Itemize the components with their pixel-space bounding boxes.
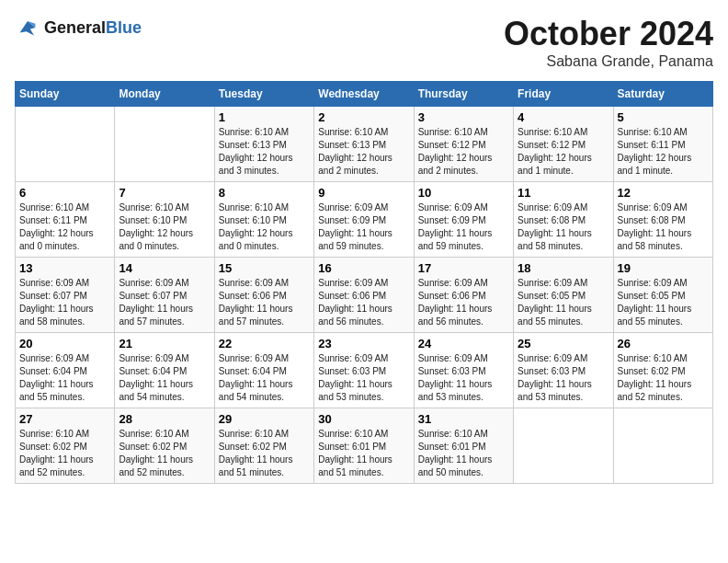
day-number: 7: [119, 186, 210, 200]
table-cell: [115, 107, 214, 182]
day-info: Sunrise: 6:10 AM Sunset: 6:01 PM Dayligh…: [418, 428, 509, 479]
day-info: Sunrise: 6:09 AM Sunset: 6:04 PM Dayligh…: [219, 352, 310, 404]
day-info: Sunrise: 6:09 AM Sunset: 6:06 PM Dayligh…: [418, 277, 509, 328]
day-info: Sunrise: 6:10 AM Sunset: 6:11 PM Dayligh…: [618, 126, 709, 178]
table-cell: 13Sunrise: 6:09 AM Sunset: 6:07 PM Dayli…: [16, 258, 115, 333]
day-info: Sunrise: 6:09 AM Sunset: 6:03 PM Dayligh…: [518, 352, 609, 404]
day-number: 23: [318, 337, 409, 350]
day-info: Sunrise: 6:09 AM Sunset: 6:04 PM Dayligh…: [19, 352, 110, 404]
day-number: 22: [219, 337, 310, 350]
day-number: 2: [318, 110, 409, 124]
day-number: 29: [219, 412, 310, 426]
table-cell: [16, 107, 115, 182]
day-info: Sunrise: 6:09 AM Sunset: 6:07 PM Dayligh…: [119, 277, 210, 328]
weekday-header-sunday: Sunday: [16, 82, 115, 107]
table-cell: 24Sunrise: 6:09 AM Sunset: 6:03 PM Dayli…: [414, 333, 513, 408]
day-number: 27: [19, 412, 110, 426]
weekday-header-row: SundayMondayTuesdayWednesdayThursdayFrid…: [16, 82, 713, 107]
page-header: GeneralBlue October 2024 Sabana Grande, …: [15, 15, 713, 70]
day-info: Sunrise: 6:09 AM Sunset: 6:09 PM Dayligh…: [418, 201, 509, 253]
day-number: 26: [618, 337, 709, 350]
day-number: 10: [418, 186, 509, 200]
day-number: 24: [418, 337, 509, 350]
table-cell: 4Sunrise: 6:10 AM Sunset: 6:12 PM Daylig…: [514, 107, 613, 182]
week-row-5: 27Sunrise: 6:10 AM Sunset: 6:02 PM Dayli…: [16, 408, 713, 484]
day-info: Sunrise: 6:09 AM Sunset: 6:05 PM Dayligh…: [618, 277, 709, 328]
day-info: Sunrise: 6:10 AM Sunset: 6:02 PM Dayligh…: [119, 428, 210, 479]
day-info: Sunrise: 6:09 AM Sunset: 6:08 PM Dayligh…: [518, 201, 609, 253]
week-row-1: 1Sunrise: 6:10 AM Sunset: 6:13 PM Daylig…: [16, 107, 713, 182]
table-cell: 6Sunrise: 6:10 AM Sunset: 6:11 PM Daylig…: [16, 182, 115, 258]
weekday-header-monday: Monday: [115, 82, 214, 107]
day-number: 1: [219, 110, 310, 124]
calendar-header: SundayMondayTuesdayWednesdayThursdayFrid…: [16, 82, 713, 107]
day-number: 31: [418, 412, 509, 426]
table-cell: 5Sunrise: 6:10 AM Sunset: 6:11 PM Daylig…: [613, 107, 712, 182]
table-cell: [514, 408, 613, 484]
day-info: Sunrise: 6:10 AM Sunset: 6:02 PM Dayligh…: [19, 428, 110, 479]
weekday-header-tuesday: Tuesday: [214, 82, 313, 107]
day-info: Sunrise: 6:09 AM Sunset: 6:03 PM Dayligh…: [418, 352, 509, 404]
day-info: Sunrise: 6:10 AM Sunset: 6:01 PM Dayligh…: [318, 428, 409, 479]
day-number: 15: [219, 261, 310, 275]
day-number: 3: [418, 110, 509, 124]
table-cell: 16Sunrise: 6:09 AM Sunset: 6:06 PM Dayli…: [314, 258, 414, 333]
table-cell: 22Sunrise: 6:09 AM Sunset: 6:04 PM Dayli…: [214, 333, 313, 408]
month-title: October 2024: [504, 15, 713, 53]
day-number: 4: [518, 110, 609, 124]
day-info: Sunrise: 6:10 AM Sunset: 6:13 PM Dayligh…: [219, 126, 310, 178]
day-number: 25: [518, 337, 609, 350]
day-info: Sunrise: 6:10 AM Sunset: 6:13 PM Dayligh…: [318, 126, 409, 178]
day-number: 18: [518, 261, 609, 275]
day-number: 12: [618, 186, 709, 200]
table-cell: 10Sunrise: 6:09 AM Sunset: 6:09 PM Dayli…: [414, 182, 513, 258]
table-cell: 1Sunrise: 6:10 AM Sunset: 6:13 PM Daylig…: [214, 107, 313, 182]
day-number: 14: [119, 261, 210, 275]
day-info: Sunrise: 6:09 AM Sunset: 6:04 PM Dayligh…: [119, 352, 210, 404]
logo-text: GeneralBlue: [44, 18, 142, 38]
calendar-table: SundayMondayTuesdayWednesdayThursdayFrid…: [15, 81, 713, 484]
table-cell: 8Sunrise: 6:10 AM Sunset: 6:10 PM Daylig…: [214, 182, 313, 258]
day-info: Sunrise: 6:09 AM Sunset: 6:06 PM Dayligh…: [318, 277, 409, 328]
day-number: 16: [318, 261, 409, 275]
calendar-body: 1Sunrise: 6:10 AM Sunset: 6:13 PM Daylig…: [16, 107, 713, 484]
day-info: Sunrise: 6:10 AM Sunset: 6:10 PM Dayligh…: [119, 201, 210, 253]
logo: GeneralBlue: [15, 15, 142, 40]
day-number: 17: [418, 261, 509, 275]
week-row-4: 20Sunrise: 6:09 AM Sunset: 6:04 PM Dayli…: [16, 333, 713, 408]
table-cell: 15Sunrise: 6:09 AM Sunset: 6:06 PM Dayli…: [214, 258, 313, 333]
day-number: 30: [318, 412, 409, 426]
table-cell: 23Sunrise: 6:09 AM Sunset: 6:03 PM Dayli…: [314, 333, 414, 408]
table-cell: 29Sunrise: 6:10 AM Sunset: 6:02 PM Dayli…: [214, 408, 313, 484]
table-cell: 9Sunrise: 6:09 AM Sunset: 6:09 PM Daylig…: [314, 182, 414, 258]
table-cell: 17Sunrise: 6:09 AM Sunset: 6:06 PM Dayli…: [414, 258, 513, 333]
day-info: Sunrise: 6:09 AM Sunset: 6:09 PM Dayligh…: [318, 201, 409, 253]
weekday-header-saturday: Saturday: [613, 82, 712, 107]
day-info: Sunrise: 6:10 AM Sunset: 6:11 PM Dayligh…: [19, 201, 110, 253]
day-number: 20: [19, 337, 110, 350]
day-info: Sunrise: 6:10 AM Sunset: 6:12 PM Dayligh…: [418, 126, 509, 178]
week-row-3: 13Sunrise: 6:09 AM Sunset: 6:07 PM Dayli…: [16, 258, 713, 333]
weekday-header-wednesday: Wednesday: [314, 82, 414, 107]
weekday-header-thursday: Thursday: [414, 82, 513, 107]
day-number: 6: [19, 186, 110, 200]
table-cell: 11Sunrise: 6:09 AM Sunset: 6:08 PM Dayli…: [514, 182, 613, 258]
day-number: 5: [618, 110, 709, 124]
table-cell: 20Sunrise: 6:09 AM Sunset: 6:04 PM Dayli…: [16, 333, 115, 408]
day-info: Sunrise: 6:09 AM Sunset: 6:05 PM Dayligh…: [518, 277, 609, 328]
table-cell: 25Sunrise: 6:09 AM Sunset: 6:03 PM Dayli…: [514, 333, 613, 408]
table-cell: 30Sunrise: 6:10 AM Sunset: 6:01 PM Dayli…: [314, 408, 414, 484]
table-cell: 19Sunrise: 6:09 AM Sunset: 6:05 PM Dayli…: [613, 258, 712, 333]
location-subtitle: Sabana Grande, Panama: [504, 53, 713, 70]
day-number: 19: [618, 261, 709, 275]
table-cell: 21Sunrise: 6:09 AM Sunset: 6:04 PM Dayli…: [115, 333, 214, 408]
logo-bird-icon: [15, 15, 40, 40]
day-number: 21: [119, 337, 210, 350]
table-cell: [613, 408, 712, 484]
table-cell: 7Sunrise: 6:10 AM Sunset: 6:10 PM Daylig…: [115, 182, 214, 258]
day-info: Sunrise: 6:09 AM Sunset: 6:03 PM Dayligh…: [318, 352, 409, 404]
table-cell: 31Sunrise: 6:10 AM Sunset: 6:01 PM Dayli…: [414, 408, 513, 484]
day-number: 8: [219, 186, 310, 200]
table-cell: 27Sunrise: 6:10 AM Sunset: 6:02 PM Dayli…: [16, 408, 115, 484]
day-info: Sunrise: 6:10 AM Sunset: 6:02 PM Dayligh…: [219, 428, 310, 479]
